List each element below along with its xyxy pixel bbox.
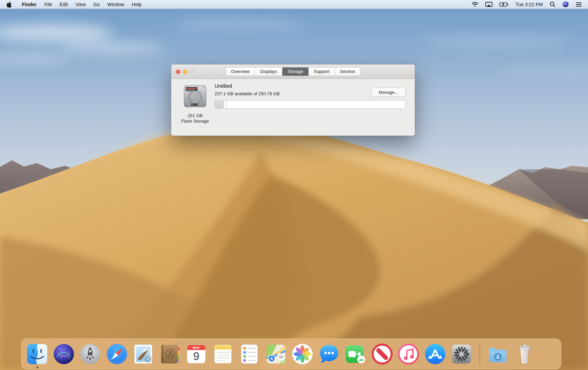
dock-itunes[interactable]	[398, 343, 419, 365]
hard-drive-icon	[182, 84, 208, 109]
maps-3d-badge: 3D	[279, 355, 283, 359]
tab-displays[interactable]: Displays	[255, 67, 282, 76]
drive-capacity: 251 GB	[171, 113, 219, 119]
dock-contacts[interactable]	[159, 343, 181, 365]
storage-usage-bar	[215, 100, 406, 109]
trash-full-icon	[514, 343, 535, 365]
safari-icon	[106, 343, 128, 365]
display-mirroring-icon	[485, 2, 493, 7]
spotlight-menu[interactable]	[546, 0, 559, 9]
contacts-icon	[159, 343, 181, 365]
dock-mail[interactable]	[132, 343, 154, 365]
photos-icon	[292, 343, 313, 365]
dock-maps[interactable]: 3D	[265, 343, 287, 365]
minimize-button[interactable]	[183, 70, 188, 74]
dock-trash[interactable]	[514, 343, 535, 365]
tab-service[interactable]: Service	[335, 67, 360, 76]
calendar-month-label: MAY	[193, 345, 200, 349]
menu-go[interactable]: Go	[90, 0, 104, 9]
dock-system-preferences[interactable]	[451, 343, 472, 365]
tab-overview[interactable]: Overview	[226, 67, 255, 76]
dock-notes[interactable]	[212, 343, 234, 365]
battery-charging-icon	[499, 2, 509, 7]
desktop: Finder File Edit View Go Window Help	[0, 0, 588, 370]
messages-icon	[318, 343, 340, 365]
traffic-lights	[176, 64, 195, 79]
battery-menu[interactable]	[496, 0, 512, 9]
siri-menu[interactable]	[559, 0, 572, 9]
launchpad-icon	[79, 343, 101, 365]
calendar-day-label: 9	[193, 350, 199, 362]
app-store-icon	[424, 343, 446, 365]
storage-segment-divider	[226, 100, 227, 108]
dock-app-store[interactable]	[424, 343, 446, 365]
tab-storage[interactable]: Storage	[282, 67, 309, 76]
finder-running-indicator	[36, 367, 38, 368]
storage-used-segment	[215, 100, 223, 108]
dock-messages[interactable]	[318, 343, 340, 365]
apple-menu[interactable]	[0, 1, 18, 8]
storage-pane: 251 GB Flash Storage Untitled 237.1 GB a…	[171, 79, 415, 135]
reminders-icon	[239, 343, 260, 365]
dock-facetime[interactable]	[345, 343, 366, 365]
notes-icon	[212, 343, 234, 365]
tab-support[interactable]: Support	[309, 67, 335, 76]
drive-caption: 251 GB Flash Storage	[171, 113, 219, 124]
notification-center-icon	[576, 2, 582, 7]
dock: MAY 9	[21, 338, 561, 369]
facetime-icon	[345, 343, 366, 365]
window-titlebar[interactable]: Overview Displays Storage Support Servic…	[171, 64, 415, 79]
menu-window[interactable]: Window	[103, 0, 128, 9]
wifi-menu[interactable]	[468, 0, 482, 9]
menu-view[interactable]: View	[72, 0, 89, 9]
menu-app-name[interactable]: Finder	[18, 0, 41, 9]
spotlight-search-icon	[550, 1, 555, 7]
menu-bar: Finder File Edit View Go Window Help	[0, 0, 588, 9]
dock-finder[interactable]	[26, 343, 48, 365]
volume-availability: 237.1 GB available of 250.79 GB	[215, 91, 280, 96]
finder-icon	[26, 343, 48, 365]
system-preferences-icon	[451, 343, 472, 365]
zoom-button[interactable]	[190, 70, 195, 74]
menu-edit[interactable]: Edit	[56, 0, 72, 9]
siri-icon	[562, 1, 569, 8]
itunes-icon	[398, 343, 419, 365]
menu-help[interactable]: Help	[128, 0, 145, 9]
volume-name: Untitled	[215, 83, 232, 89]
dock-photos[interactable]	[292, 343, 313, 365]
dock-safari[interactable]	[106, 343, 128, 365]
drive-kind: Flash Storage	[171, 119, 219, 124]
mail-icon	[132, 343, 154, 365]
about-this-mac-window: Overview Displays Storage Support Servic…	[171, 64, 415, 136]
downloads-folder-icon	[487, 343, 509, 365]
news-icon	[371, 343, 393, 365]
menu-clock[interactable]: Tue 3:22 PM	[512, 2, 546, 7]
dock-divider	[480, 343, 480, 365]
siri-dock-icon	[53, 343, 75, 365]
apple-logo-icon	[7, 1, 12, 8]
dock-reminders[interactable]	[239, 343, 260, 365]
wifi-icon	[472, 2, 478, 7]
dock-calendar[interactable]: MAY 9	[186, 343, 207, 365]
mojave-wallpaper	[0, 0, 588, 370]
dock-downloads[interactable]	[487, 343, 509, 365]
window-tabs: Overview Displays Storage Support Servic…	[226, 67, 360, 76]
manage-button[interactable]: Manage...	[371, 88, 406, 97]
dock-news[interactable]	[371, 343, 393, 365]
dock-siri[interactable]	[53, 343, 75, 365]
calendar-icon: MAY 9	[186, 343, 207, 365]
dock-launchpad[interactable]	[79, 343, 101, 365]
menu-file[interactable]: File	[41, 0, 56, 9]
close-button[interactable]	[176, 70, 180, 74]
maps-icon: 3D	[265, 343, 287, 365]
notification-center-menu[interactable]	[572, 0, 585, 9]
display-menu[interactable]	[482, 0, 496, 9]
